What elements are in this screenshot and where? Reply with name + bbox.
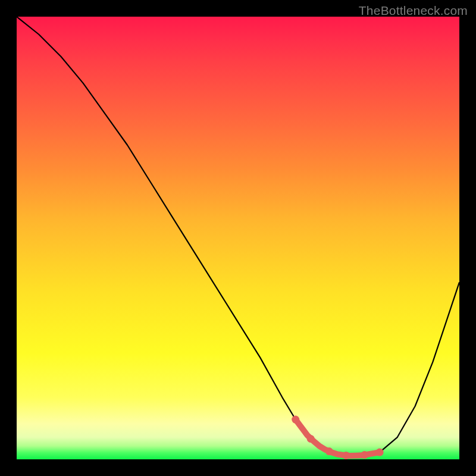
optimal-range-dot	[361, 451, 368, 459]
chart-plot-area	[17, 17, 459, 459]
optimal-range-dot	[307, 435, 315, 443]
optimal-range-dot	[292, 416, 299, 424]
optimal-range-dot	[325, 447, 333, 455]
optimal-range-dot	[376, 449, 384, 456]
optimal-range-dot	[342, 452, 350, 459]
watermark-text: TheBottleneck.com	[359, 4, 468, 18]
chart-svg	[17, 17, 459, 459]
bottleneck-curve-line	[17, 17, 459, 456]
